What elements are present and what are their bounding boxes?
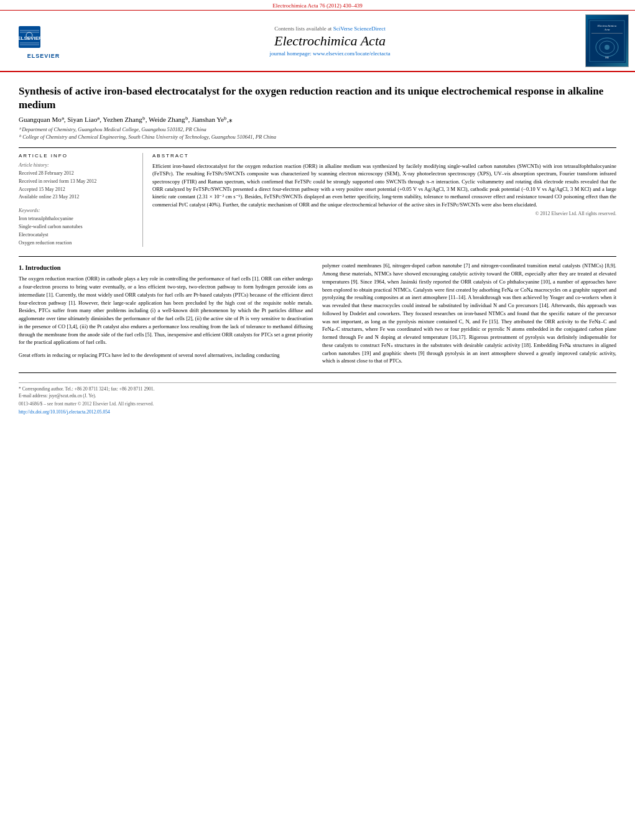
corresponding-author-note: * Corresponding author. Tel.: +86 20 871… xyxy=(19,386,616,392)
svg-rect-11 xyxy=(591,33,623,34)
homepage-label: journal homepage: xyxy=(270,50,312,57)
accepted-date: Accepted 15 May 2012 xyxy=(19,186,136,194)
body-content-section: 1. Introduction The oxygen reduction rea… xyxy=(19,256,616,370)
svg-point-14 xyxy=(605,45,610,50)
journal-reference-bar: Electrochimica Acta 76 (2012) 430–439 xyxy=(0,0,635,11)
journal-cover-area: Electrochimica Acta ISE xyxy=(579,14,629,67)
publisher-logo-area: ELSEVIER ELSEVIER xyxy=(6,23,81,59)
intro-paragraph-1: The oxygen reduction reaction (ORR) in c… xyxy=(19,275,313,346)
cover-svg: Electrochimica Acta ISE xyxy=(588,19,626,63)
sciverse-line: Contents lists available at SciVerse Sci… xyxy=(87,25,573,32)
abstract-text: Efficient iron-based electrocatalyst for… xyxy=(152,162,616,208)
sciverse-link[interactable]: SciVerse ScienceDirect xyxy=(333,25,386,32)
introduction-heading: 1. Introduction xyxy=(19,264,313,271)
journal-info-center: Contents lists available at SciVerse Sci… xyxy=(87,25,573,57)
main-content-area: Synthesis of active iron-based electroca… xyxy=(0,72,635,421)
article-info-column: ARTICLE INFO Article history: Received 2… xyxy=(19,153,143,247)
footer-divider xyxy=(19,372,616,373)
page-footer: * Corresponding author. Tel.: +86 20 871… xyxy=(19,382,616,415)
keyword-4: Oxygen reduction reaction xyxy=(19,239,136,247)
section-number: 1. xyxy=(19,264,24,271)
homepage-url[interactable]: www.elsevier.com/locate/electacta xyxy=(313,50,390,57)
abstract-column: ABSTRACT Efficient iron-based electrocat… xyxy=(152,153,616,247)
body-left-column: 1. Introduction The oxygen reduction rea… xyxy=(19,262,313,370)
available-date: Available online 23 May 2012 xyxy=(19,193,136,201)
received-date: Received 28 February 2012 xyxy=(19,170,136,178)
affiliation-b-text: ᵇ College of Chemistry and Chemical Engi… xyxy=(19,134,276,141)
article-title: Synthesis of active iron-based electroca… xyxy=(19,85,616,112)
abstract-section-label: ABSTRACT xyxy=(152,153,616,159)
journal-cover-image: Electrochimica Acta ISE xyxy=(585,14,629,67)
svg-text:Electrochimica: Electrochimica xyxy=(597,24,617,27)
authors-line: Guangquan Moᵃ, Siyan Liaoᵃ, Yezhen Zhang… xyxy=(19,116,616,124)
journal-ref-text: Electrochimica Acta 76 (2012) 430–439 xyxy=(272,2,362,9)
email-label: E-mail address: jsye@scut.edu.cn (J. Ye)… xyxy=(19,393,96,399)
doi-link[interactable]: http://dx.doi.org/10.1016/j.electacta.20… xyxy=(19,409,616,415)
keyword-2: Single-walled carbon nanotubes xyxy=(19,223,136,231)
svg-text:Acta: Acta xyxy=(603,28,610,31)
history-label: Article history: xyxy=(19,162,136,168)
body-right-column: polymer coated membranes [6], nitrogen-d… xyxy=(322,262,616,370)
revised-date: Received in revised form 13 May 2012 xyxy=(19,178,136,186)
authors-text: Guangquan Moᵃ, Siyan Liaoᵃ, Yezhen Zhang… xyxy=(19,116,233,123)
journal-homepage: journal homepage: www.elsevier.com/locat… xyxy=(87,50,573,57)
keywords-label: Keywords: xyxy=(19,208,136,213)
affiliation-a: ᵃ Department of Chemistry, Guangzhou Med… xyxy=(19,126,616,134)
section-title: Introduction xyxy=(25,264,61,271)
keyword-1: Iron tetrasulphthalocyanine xyxy=(19,215,136,223)
doi-text[interactable]: http://dx.doi.org/10.1016/j.electacta.20… xyxy=(19,409,110,415)
elsevier-text: ELSEVIER xyxy=(27,53,60,59)
journal-title: Electrochimica Acta xyxy=(87,33,573,49)
email-note: E-mail address: jsye@scut.edu.cn (J. Ye)… xyxy=(19,393,616,399)
elsevier-svg-logo: ELSEVIER xyxy=(12,23,75,51)
contents-text: Contents lists available at xyxy=(274,25,331,32)
issn-note: 0013-4686/$ – see front matter © 2012 El… xyxy=(19,401,616,407)
article-info-label: ARTICLE INFO xyxy=(19,153,136,159)
copyright-line: © 2012 Elsevier Ltd. All rights reserved… xyxy=(152,211,616,216)
affiliation-a-text: ᵃ Department of Chemistry, Guangzhou Med… xyxy=(19,126,206,134)
svg-text:ISE: ISE xyxy=(605,56,610,59)
affiliation-b: ᵇ College of Chemistry and Chemical Engi… xyxy=(19,134,616,141)
elsevier-logo: ELSEVIER ELSEVIER xyxy=(6,23,81,59)
keyword-3: Electrocatalyst xyxy=(19,231,136,239)
info-abstract-section: ARTICLE INFO Article history: Received 2… xyxy=(19,147,616,247)
intro-right-paragraph: polymer coated membranes [6], nitrogen-d… xyxy=(322,262,616,365)
affiliations-block: ᵃ Department of Chemistry, Guangzhou Med… xyxy=(19,126,616,141)
intro-paragraph-2: Great efforts in reducing or replacing P… xyxy=(19,351,313,359)
journal-header: ELSEVIER ELSEVIER Contents lists availab… xyxy=(0,11,635,72)
article-history-block: Article history: Received 28 February 20… xyxy=(19,162,136,201)
body-two-column: 1. Introduction The oxygen reduction rea… xyxy=(19,262,616,370)
keywords-block: Keywords: Iron tetrasulphthalocyanine Si… xyxy=(19,208,136,247)
keywords-list: Iron tetrasulphthalocyanine Single-walle… xyxy=(19,215,136,247)
